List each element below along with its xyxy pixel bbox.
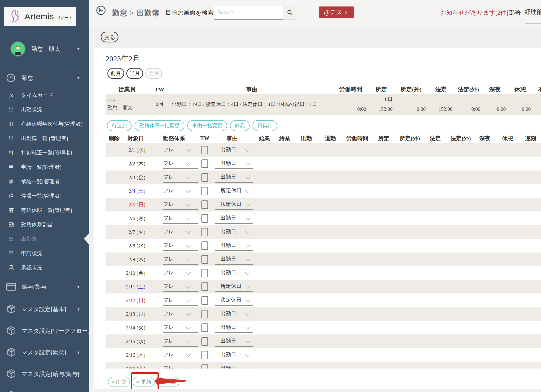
event-select[interactable]: 出勤日 (215, 172, 253, 183)
work-system-select[interactable]: フレ (163, 281, 198, 292)
department-select[interactable]: 経理部 (525, 0, 541, 24)
action-button-1[interactable]: 勤務体系一括変更 (135, 120, 184, 131)
event-select[interactable]: 法定休日 (215, 199, 253, 210)
search-input[interactable] (214, 6, 283, 20)
sidebar-item-2[interactable]: 出出勤状況 (0, 102, 89, 117)
sidebar-item-8[interactable]: 停停滞一覧[管理者] (0, 189, 89, 203)
tw-checkbox[interactable] (201, 310, 208, 318)
event-select[interactable]: 出勤日 (215, 145, 253, 155)
work-system-select[interactable]: フレ (163, 158, 198, 169)
tw-checkbox[interactable] (201, 159, 208, 168)
month-nav-button-1[interactable]: 当月 (126, 68, 143, 79)
tw-checkbox[interactable] (201, 296, 208, 305)
notice-link[interactable]: お知らせがあります[2件] (440, 0, 508, 25)
sidebar-item-3[interactable]: 有有給休暇年次付与[管理者] (0, 117, 89, 131)
event-select[interactable]: 所定休日 (215, 186, 253, 196)
month-nav-button-2[interactable]: 翌月 (145, 68, 162, 79)
tw-checkbox[interactable] (201, 364, 208, 369)
user-menu[interactable]: 勤怠 順太 ▼ (0, 40, 89, 58)
sidebar-item-6[interactable]: 申申請一覧[管理者] (0, 160, 89, 174)
tw-checkbox[interactable] (201, 255, 208, 264)
tw-checkbox[interactable] (201, 282, 208, 291)
action-button-2[interactable]: 事由一括変更 (187, 120, 227, 131)
sidebar-item-17[interactable]: マスタ設定[勤怠]▼ (0, 342, 89, 363)
sidebar-item-10[interactable]: 勤勤務体系割当 (0, 217, 89, 232)
sidebar-item-15[interactable]: マスタ設定[基本]▼ (0, 298, 89, 320)
sidebar-item-9[interactable]: 有有給休暇一覧[管理者] (0, 203, 89, 217)
tw-checkbox[interactable] (201, 214, 208, 223)
work-system-select[interactable]: フレ (163, 363, 198, 369)
sidebar-item-13[interactable]: 承承認状況 (0, 261, 89, 275)
work-system-select[interactable]: フレ (163, 240, 198, 251)
empty-cell (447, 211, 475, 225)
footer-button-delete[interactable]: ✔削除 (108, 377, 130, 387)
work-system-select[interactable]: フレ (163, 145, 198, 155)
chevron-down-icon (245, 256, 250, 261)
event-select[interactable]: 出勤日 (215, 322, 253, 333)
event-select[interactable]: 出勤日 (215, 254, 253, 265)
search-button[interactable] (283, 6, 296, 20)
sidebar-item-14[interactable]: 給与/賞与▼ (0, 275, 89, 298)
date-label: 2/15 (水) (123, 334, 149, 348)
footer-button-apply[interactable]: ✔申請 (157, 377, 179, 387)
empty-cell (475, 334, 495, 348)
sidebar-item-18[interactable]: マスタ設定[給与/賞与]▼ (0, 363, 89, 385)
event-select[interactable]: 出勤日 (215, 158, 253, 169)
event-select[interactable]: 出勤日 (215, 350, 253, 360)
tw-checkbox[interactable] (201, 241, 208, 250)
event-select[interactable]: 出勤日 (215, 268, 253, 278)
tw-checkbox[interactable] (201, 146, 208, 154)
action-button-0[interactable]: 行追加 (107, 120, 132, 131)
sidebar-item-1[interactable]: タタイムカード (0, 88, 89, 102)
month-nav-button-0[interactable]: 前月 (107, 68, 124, 79)
action-button-4[interactable]: 日集計 (253, 120, 277, 131)
event-select[interactable]: 出勤日 (215, 227, 253, 237)
work-system-select[interactable]: フレ (163, 172, 198, 183)
event-select[interactable]: 出勤日 (215, 336, 253, 347)
event-select[interactable]: 出勤日 (215, 240, 253, 251)
app-logo[interactable]: Artemis サポート (4, 7, 76, 26)
sidebar-item-7[interactable]: 承承認一覧[管理者] (0, 174, 89, 189)
sidebar-item-11[interactable]: 出出勤簿 (0, 232, 89, 246)
tw-checkbox[interactable] (201, 228, 208, 236)
back-button[interactable]: 戻る (101, 32, 118, 42)
sidebar-collapse-button[interactable] (96, 6, 106, 15)
event-select[interactable]: 所定休日 (215, 281, 253, 292)
table-header-cell: 始業 (254, 134, 275, 143)
event-select[interactable]: 法定休日 (215, 295, 253, 306)
work-system-select[interactable]: フレ (163, 336, 198, 347)
sidebar-item-partial[interactable] (0, 385, 89, 392)
work-system-select[interactable]: フレ (163, 213, 198, 224)
work-system-select[interactable]: フレ (163, 295, 198, 306)
event-select[interactable]: 出勤日 (215, 309, 253, 319)
tw-checkbox[interactable] (201, 269, 208, 277)
event-select[interactable]: 出勤日 (215, 213, 253, 224)
sidebar-item-5[interactable]: 打打刻補正一覧[管理者] (0, 146, 89, 160)
tw-checkbox[interactable] (201, 200, 208, 209)
footer-button-update[interactable]: ✔更新 (133, 377, 155, 387)
empty-cell (343, 266, 372, 280)
work-system-select[interactable]: フレ (163, 322, 198, 333)
date-label: 2/4 (土) (123, 184, 149, 198)
work-system-select[interactable]: フレ (163, 350, 198, 360)
tw-checkbox[interactable] (201, 187, 208, 195)
sidebar-item-12[interactable]: 申申請状況 (0, 246, 89, 261)
tw-checkbox[interactable] (201, 337, 208, 346)
work-system-select[interactable]: フレ (163, 199, 198, 210)
tw-checkbox[interactable] (201, 351, 208, 359)
empty-cell (447, 266, 475, 280)
sidebar-item-4[interactable]: 出出勤簿一覧 [管理者] (0, 131, 89, 146)
tw-checkbox[interactable] (201, 173, 208, 182)
work-system-select[interactable]: フレ (163, 254, 198, 265)
work-system-select[interactable]: フレ (163, 268, 198, 278)
sidebar-item-0[interactable]: 勤怠▼ (0, 68, 89, 88)
work-system-select[interactable]: フレ (163, 227, 198, 237)
tw-checkbox[interactable] (201, 323, 208, 332)
event-select[interactable]: 出勤日 (215, 363, 253, 369)
work-system-select[interactable]: フレ (163, 309, 198, 319)
action-button-3[interactable]: 簡易 (230, 120, 250, 131)
sidebar-item-16[interactable]: マスタ設定[ワークフロー]▼ (0, 320, 89, 342)
work-system-select[interactable]: フレ (163, 186, 198, 196)
empty-cell (520, 266, 541, 280)
tw-cell (200, 348, 210, 362)
